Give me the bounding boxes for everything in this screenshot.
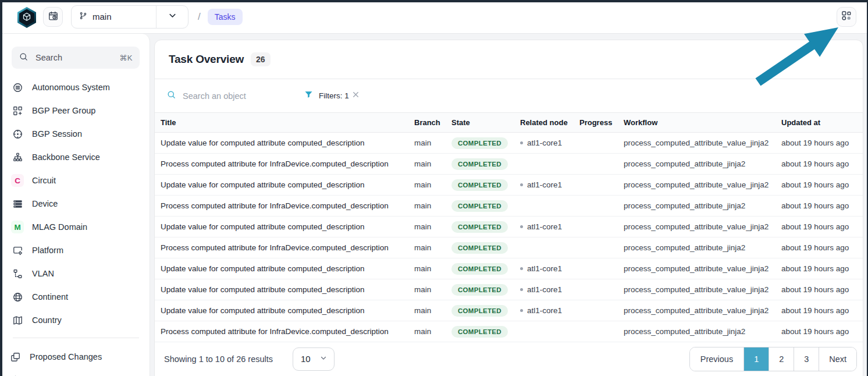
sidebar-item-country[interactable]: Country bbox=[2, 308, 150, 332]
continent-icon bbox=[10, 292, 24, 303]
cell-workflow: process_computed_attribute_jinja2 bbox=[624, 201, 781, 210]
related-node-name: atl1-core1 bbox=[527, 139, 562, 147]
cell-branch: main bbox=[414, 139, 451, 147]
sidebar-nav: Autonomous System BGP Peer Group BGP Ses… bbox=[2, 76, 150, 332]
task-table-body: Update value for computed attribute comp… bbox=[155, 133, 863, 342]
sidebar-item-bgp-session[interactable]: BGP Session bbox=[2, 122, 150, 146]
cell-workflow: process_computed_attribute_value_jinja2 bbox=[624, 139, 781, 147]
table-row[interactable]: Process computed attribute for InfraDevi… bbox=[155, 237, 863, 258]
page-2-button[interactable]: 2 bbox=[769, 347, 794, 371]
cell-state: COMPLETED bbox=[451, 305, 520, 317]
top-bar: main / Tasks bbox=[0, 0, 868, 34]
cell-updated-at: about 19 hours ago bbox=[781, 139, 863, 147]
cell-state: COMPLETED bbox=[451, 326, 520, 338]
sidebar-item-bgp-peer-group[interactable]: BGP Peer Group bbox=[2, 99, 150, 122]
sidebar-item-continent[interactable]: Continent bbox=[2, 285, 150, 308]
table-footer: Showing 1 to 10 of 26 results 10 Previou… bbox=[155, 342, 863, 375]
table-row[interactable]: Update value for computed attribute comp… bbox=[155, 300, 863, 321]
mlag-letter-icon: M bbox=[10, 221, 24, 233]
schema-visualizer-button[interactable] bbox=[837, 7, 856, 27]
cell-title: Update value for computed attribute comp… bbox=[161, 285, 414, 294]
bgp-session-icon bbox=[10, 129, 24, 140]
task-count-badge: 26 bbox=[251, 52, 271, 66]
sidebar: ⌘K Autonomous System BGP Peer Group BGP … bbox=[2, 34, 150, 376]
table-row[interactable]: Update value for computed attribute comp… bbox=[155, 133, 863, 154]
status-badge: COMPLETED bbox=[451, 158, 508, 170]
sidebar-search-input[interactable] bbox=[34, 52, 113, 63]
sidebar-item-backbone-service[interactable]: Backbone Service bbox=[2, 146, 150, 169]
close-icon bbox=[351, 90, 360, 101]
sidebar-item-platform[interactable]: Platform bbox=[2, 239, 150, 262]
cell-related-node: atl1-core1 bbox=[520, 264, 579, 273]
sidebar-item-autonomous-system[interactable]: Autonomous System bbox=[2, 76, 150, 99]
cell-branch: main bbox=[414, 243, 451, 252]
cell-title: Process computed attribute for InfraDevi… bbox=[161, 201, 414, 210]
time-travel-button[interactable] bbox=[43, 7, 63, 27]
sidebar-item-label: Device bbox=[32, 199, 58, 208]
sidebar-item-label: BGP Peer Group bbox=[32, 106, 95, 115]
sidebar-item-device[interactable]: Device bbox=[2, 192, 150, 215]
status-badge: COMPLETED bbox=[451, 326, 508, 338]
table-row[interactable]: Process computed attribute for InfraDevi… bbox=[155, 321, 863, 342]
status-badge: COMPLETED bbox=[451, 200, 508, 212]
table-row[interactable]: Update value for computed attribute comp… bbox=[155, 279, 863, 300]
cell-workflow: process_computed_attribute_value_jinja2 bbox=[624, 306, 781, 315]
cell-title: Update value for computed attribute comp… bbox=[161, 222, 414, 231]
cell-updated-at: about 19 hours ago bbox=[781, 243, 863, 252]
cell-related-node: atl1-core1 bbox=[520, 180, 579, 189]
filters-label: Filters: 1 bbox=[319, 91, 349, 100]
page-size-select[interactable]: 10 bbox=[293, 347, 335, 371]
infrahub-logo-icon[interactable] bbox=[16, 6, 37, 29]
previous-page-button[interactable]: Previous bbox=[690, 347, 744, 371]
sidebar-item-proposed-changes[interactable]: Proposed Changes bbox=[2, 345, 150, 368]
sidebar-item-label: Backbone Service bbox=[32, 152, 100, 162]
page-1-button[interactable]: 1 bbox=[744, 347, 769, 371]
sidebar-item-mlag-domain[interactable]: M MLAG Domain bbox=[2, 215, 150, 239]
object-search-input[interactable] bbox=[182, 91, 283, 101]
node-dot-icon bbox=[520, 267, 523, 270]
funnel-icon bbox=[304, 90, 314, 102]
cell-branch: main bbox=[414, 264, 451, 273]
sidebar-search[interactable]: ⌘K bbox=[12, 47, 140, 69]
related-node-name: atl1-core1 bbox=[527, 285, 562, 294]
proposed-changes-icon bbox=[8, 352, 22, 363]
next-page-button[interactable]: Next bbox=[819, 347, 856, 371]
frame-edge-top bbox=[0, 0, 868, 2]
cell-workflow: process_computed_attribute_jinja2 bbox=[624, 327, 781, 336]
table-row[interactable]: Process computed attribute for InfraDevi… bbox=[155, 196, 863, 217]
sidebar-item-circuit[interactable]: C Circuit bbox=[2, 169, 150, 192]
filters-button[interactable]: Filters: 1 bbox=[304, 90, 349, 102]
node-dot-icon bbox=[520, 309, 523, 312]
sidebar-item-object-management[interactable]: Object Management bbox=[2, 368, 150, 376]
sidebar-item-label: Autonomous System bbox=[32, 83, 110, 92]
sidebar-item-label: Proposed Changes bbox=[30, 352, 102, 361]
node-dot-icon bbox=[520, 225, 523, 228]
related-node-name: atl1-core1 bbox=[527, 306, 562, 315]
cell-state: COMPLETED bbox=[451, 221, 520, 233]
cell-title: Process computed attribute for InfraDevi… bbox=[161, 327, 414, 336]
platform-icon bbox=[10, 245, 24, 256]
cell-branch: main bbox=[414, 180, 451, 189]
column-header-updated-at: Updated at bbox=[781, 118, 863, 127]
frame-edge-left bbox=[0, 0, 2, 376]
cell-branch: main bbox=[414, 306, 451, 315]
clear-filters-button[interactable] bbox=[351, 90, 360, 101]
table-row[interactable]: Update value for computed attribute comp… bbox=[155, 217, 863, 237]
git-branch-icon bbox=[79, 11, 88, 22]
page-3-button[interactable]: 3 bbox=[794, 347, 819, 371]
breadcrumb-tasks[interactable]: Tasks bbox=[208, 9, 243, 25]
object-search[interactable] bbox=[166, 90, 291, 102]
status-badge: COMPLETED bbox=[451, 305, 508, 317]
table-row[interactable]: Process computed attribute for InfraDevi… bbox=[155, 154, 863, 175]
related-node-name: atl1-core1 bbox=[527, 264, 562, 273]
status-badge: COMPLETED bbox=[451, 179, 508, 191]
table-row[interactable]: Update value for computed attribute comp… bbox=[155, 258, 863, 279]
table-row[interactable]: Update value for computed attribute comp… bbox=[155, 175, 863, 196]
cell-related-node: atl1-core1 bbox=[520, 306, 579, 315]
branch-selector[interactable]: main bbox=[71, 5, 188, 29]
cell-state: COMPLETED bbox=[451, 158, 520, 170]
search-shortcut: ⌘K bbox=[119, 54, 133, 62]
sidebar-footer-nav: Proposed Changes Object Management bbox=[2, 345, 150, 376]
column-header-branch: Branch bbox=[414, 118, 451, 127]
sidebar-item-vlan[interactable]: VLAN bbox=[2, 262, 150, 285]
